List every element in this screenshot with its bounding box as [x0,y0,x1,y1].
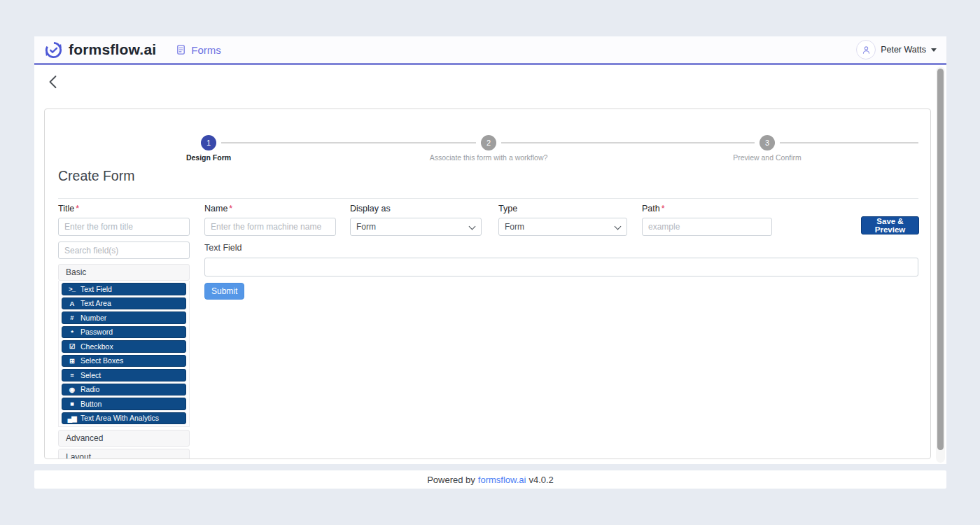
scrollbar-thumb[interactable] [937,69,944,450]
square-icon: ■ [66,400,77,407]
step-3-indicator[interactable]: 3 [760,135,775,150]
chevron-down-icon [615,223,622,230]
caret-down-icon [931,48,937,52]
component-radio[interactable]: ◉ Radio [62,384,186,396]
component-label: Radio [80,385,99,393]
component-password[interactable]: * Password [62,326,186,339]
footer-version: v4.0.2 [528,475,553,485]
name-field-group: Name* [204,204,336,236]
nav-forms-label: Forms [191,44,221,56]
nav-item-forms[interactable]: Forms [176,44,221,56]
component-text-field[interactable]: >_ Text Field [62,283,186,295]
name-label: Name* [204,204,336,214]
divider [58,198,918,199]
display-as-value: Form [356,222,376,232]
preview-text-field-label: Text Field [204,243,242,253]
component-button[interactable]: ■ Button [62,398,186,410]
component-label: Number [80,314,106,322]
component-label: Text Area [80,299,111,307]
type-value: Form [505,222,524,232]
display-as-field-group: Display as Form [350,204,482,236]
step-1-indicator[interactable]: 1 [201,135,216,150]
type-select[interactable]: Form [498,218,627,236]
title-input[interactable] [58,218,190,236]
stepper-connector [780,142,918,144]
component-select[interactable]: ≡ Select [62,369,186,382]
vertical-scrollbar[interactable] [936,66,945,463]
display-as-select[interactable]: Form [350,218,482,236]
avatar [856,40,876,59]
component-select-boxes[interactable]: ⊞ Select Boxes [62,355,186,368]
brand-name: formsflow.ai [69,41,156,58]
dot-circle-icon: ◉ [66,386,77,393]
required-marker: * [76,204,79,214]
footer: Powered by formsflow.ai v4.0.2 [34,470,946,489]
powered-by-text: Powered by [427,475,475,485]
formsflow-sync-icon [44,41,63,59]
preview-text-field-input[interactable] [204,258,918,276]
step-1-label: Design Form [111,153,307,162]
title-field-group: Title* [58,204,190,236]
user-name: Peter Watts [881,45,926,55]
required-marker: * [662,204,665,214]
terminal-icon: >_ [66,285,77,293]
group-layout[interactable]: Layout [58,449,190,459]
component-label: Text Area With Analytics [80,414,159,422]
component-label: Button [80,400,102,408]
chevron-down-icon [469,223,476,230]
component-search-input[interactable] [58,241,190,259]
hashtag-icon: # [66,314,77,321]
basic-components-panel: >_ Text Field A Text Area # Number * Pas… [58,281,190,427]
component-label: Text Field [80,285,112,293]
type-field-group: Type Form [498,204,627,236]
component-label: Select Boxes [80,356,123,365]
type-label: Type [498,204,627,214]
component-number[interactable]: # Number [62,312,186,324]
name-input[interactable] [204,218,336,236]
title-label: Title* [58,204,190,214]
preview-submit-button[interactable]: Submit [204,283,244,300]
component-label: Password [80,328,113,336]
component-label: Select [80,371,101,379]
stepper-connector [501,142,755,144]
step-2-label: Associate this form with a workflow? [391,153,587,162]
document-icon [176,44,186,55]
font-icon: A [66,300,77,307]
stepper-connector [221,142,476,144]
component-label: Checkbox [80,342,113,351]
component-checkbox[interactable]: ☑ Checkbox [62,340,186,353]
path-field-group: Path* [642,204,772,236]
back-button[interactable] [44,74,61,90]
top-navbar: formsflow.ai Forms Peter Watts [34,36,946,65]
main-content: 1 2 3 Design Form Associate this form wi… [34,65,946,464]
display-as-label: Display as [350,204,482,214]
footer-formsflow-link[interactable]: formsflow.ai [478,475,526,485]
group-basic[interactable]: Basic [58,264,190,281]
list-icon: ≡ [66,371,77,379]
plus-square-icon: ⊞ [66,357,77,365]
path-input[interactable] [642,218,772,236]
path-label: Path* [642,204,772,214]
page-title: Create Form [58,168,134,184]
step-2-indicator[interactable]: 2 [481,135,496,150]
group-advanced[interactable]: Advanced [58,430,190,447]
asterisk-icon: * [66,328,77,336]
create-form-card: 1 2 3 Design Form Associate this form wi… [44,108,931,459]
brand-logo[interactable]: formsflow.ai [44,41,156,59]
bar-chart-icon: ▄▆ [66,414,77,422]
save-preview-button[interactable]: Save & Preview [861,216,919,234]
app-window: formsflow.ai Forms Peter Watts [34,36,946,464]
step-3-label: Preview and Confirm [669,153,865,162]
component-text-area[interactable]: A Text Area [62,298,186,310]
check-square-icon: ☑ [66,342,77,350]
user-menu[interactable]: Peter Watts [856,40,937,59]
component-text-area-analytics[interactable]: ▄▆ Text Area With Analytics [62,412,186,425]
required-marker: * [229,204,232,214]
